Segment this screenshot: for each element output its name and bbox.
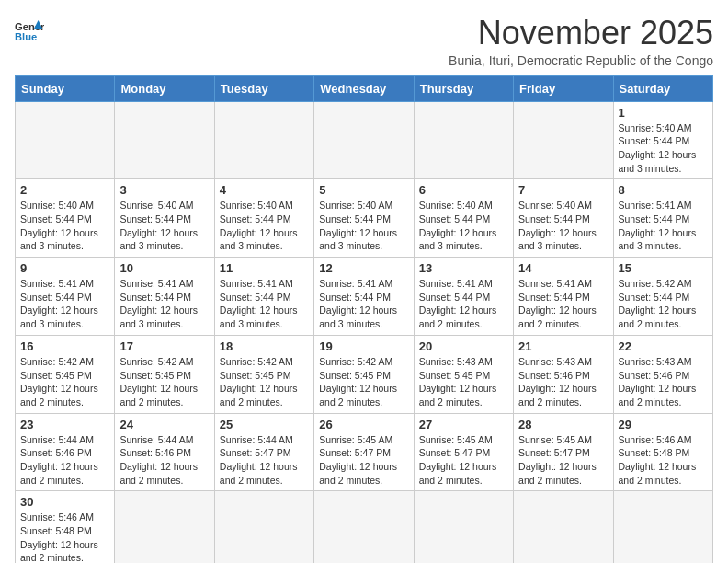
calendar-cell: 1Sunrise: 5:40 AMSunset: 5:44 PMDaylight… xyxy=(613,101,712,179)
day-info: Sunrise: 5:42 AMSunset: 5:45 PMDaylight:… xyxy=(220,355,309,409)
header: General Blue November 2025 Bunia, Ituri,… xyxy=(15,15,713,68)
day-info: Sunrise: 5:41 AMSunset: 5:44 PMDaylight:… xyxy=(119,277,209,331)
day-info: Sunrise: 5:42 AMSunset: 5:45 PMDaylight:… xyxy=(20,355,109,409)
day-number: 8 xyxy=(619,183,708,197)
logo-icon: General Blue xyxy=(15,18,44,44)
calendar-cell: 17Sunrise: 5:42 AMSunset: 5:45 PMDayligh… xyxy=(115,335,214,413)
day-info: Sunrise: 5:44 AMSunset: 5:47 PMDaylight:… xyxy=(220,433,309,488)
logo: General Blue xyxy=(15,18,44,44)
calendar-cell: 22Sunrise: 5:43 AMSunset: 5:46 PMDayligh… xyxy=(613,335,712,413)
week-row-1: 1Sunrise: 5:40 AMSunset: 5:44 PMDaylight… xyxy=(16,101,713,179)
day-info: Sunrise: 5:42 AMSunset: 5:45 PMDaylight:… xyxy=(319,355,408,409)
day-info: Sunrise: 5:42 AMSunset: 5:45 PMDaylight:… xyxy=(119,355,209,409)
calendar-cell: 30Sunrise: 5:46 AMSunset: 5:48 PMDayligh… xyxy=(16,491,115,563)
calendar-cell xyxy=(115,491,214,563)
day-info: Sunrise: 5:45 AMSunset: 5:47 PMDaylight:… xyxy=(319,433,408,488)
calendar-cell: 20Sunrise: 5:43 AMSunset: 5:45 PMDayligh… xyxy=(414,335,513,413)
calendar-cell: 5Sunrise: 5:40 AMSunset: 5:44 PMDaylight… xyxy=(314,179,414,258)
calendar-cell: 15Sunrise: 5:42 AMSunset: 5:44 PMDayligh… xyxy=(613,258,712,336)
day-info: Sunrise: 5:45 AMSunset: 5:47 PMDaylight:… xyxy=(419,433,508,488)
calendar-cell xyxy=(214,491,313,563)
day-number: 17 xyxy=(119,339,209,353)
calendar-cell: 28Sunrise: 5:45 AMSunset: 5:47 PMDayligh… xyxy=(514,413,613,491)
calendar-cell: 7Sunrise: 5:40 AMSunset: 5:44 PMDaylight… xyxy=(514,179,613,258)
calendar-cell xyxy=(314,101,414,179)
day-info: Sunrise: 5:41 AMSunset: 5:44 PMDaylight:… xyxy=(419,277,508,331)
day-info: Sunrise: 5:46 AMSunset: 5:48 PMDaylight:… xyxy=(619,433,708,488)
day-number: 20 xyxy=(419,339,508,353)
day-number: 11 xyxy=(220,261,309,275)
day-info: Sunrise: 5:40 AMSunset: 5:44 PMDaylight:… xyxy=(518,199,608,253)
day-number: 10 xyxy=(119,261,209,275)
week-row-6: 30Sunrise: 5:46 AMSunset: 5:48 PMDayligh… xyxy=(16,491,713,563)
calendar-cell: 6Sunrise: 5:40 AMSunset: 5:44 PMDaylight… xyxy=(414,179,513,258)
calendar-cell xyxy=(514,101,613,179)
day-info: Sunrise: 5:41 AMSunset: 5:44 PMDaylight:… xyxy=(518,277,608,331)
svg-text:Blue: Blue xyxy=(15,31,37,42)
day-number: 14 xyxy=(518,261,608,275)
day-info: Sunrise: 5:42 AMSunset: 5:44 PMDaylight:… xyxy=(619,277,708,331)
calendar-cell: 11Sunrise: 5:41 AMSunset: 5:44 PMDayligh… xyxy=(214,258,313,336)
week-row-5: 23Sunrise: 5:44 AMSunset: 5:46 PMDayligh… xyxy=(16,413,713,491)
day-number: 26 xyxy=(319,418,408,431)
calendar-cell xyxy=(514,491,613,563)
calendar-cell: 26Sunrise: 5:45 AMSunset: 5:47 PMDayligh… xyxy=(314,413,414,491)
calendar-cell: 19Sunrise: 5:42 AMSunset: 5:45 PMDayligh… xyxy=(314,335,414,413)
day-number: 6 xyxy=(419,183,508,197)
day-number: 23 xyxy=(20,418,109,431)
day-number: 13 xyxy=(419,261,508,275)
day-number: 30 xyxy=(20,495,109,509)
day-number: 21 xyxy=(518,339,608,353)
week-row-3: 9Sunrise: 5:41 AMSunset: 5:44 PMDaylight… xyxy=(16,258,713,336)
day-info: Sunrise: 5:44 AMSunset: 5:46 PMDaylight:… xyxy=(119,433,209,488)
month-title: November 2025 xyxy=(449,15,713,52)
day-info: Sunrise: 5:44 AMSunset: 5:46 PMDaylight:… xyxy=(20,433,109,488)
day-number: 22 xyxy=(619,339,708,353)
calendar-cell xyxy=(214,101,313,179)
day-info: Sunrise: 5:40 AMSunset: 5:44 PMDaylight:… xyxy=(319,199,408,253)
calendar-cell xyxy=(414,101,513,179)
day-number: 16 xyxy=(20,339,109,353)
day-number: 5 xyxy=(319,183,408,197)
day-number: 9 xyxy=(20,261,109,275)
calendar-cell xyxy=(314,491,414,563)
day-info: Sunrise: 5:40 AMSunset: 5:44 PMDaylight:… xyxy=(220,199,309,253)
calendar-cell: 9Sunrise: 5:41 AMSunset: 5:44 PMDaylight… xyxy=(16,258,115,336)
day-info: Sunrise: 5:41 AMSunset: 5:44 PMDaylight:… xyxy=(20,277,109,331)
day-info: Sunrise: 5:43 AMSunset: 5:46 PMDaylight:… xyxy=(619,355,708,409)
day-number: 27 xyxy=(419,418,508,431)
calendar-cell xyxy=(414,491,513,563)
day-number: 18 xyxy=(220,339,309,353)
calendar-cell: 27Sunrise: 5:45 AMSunset: 5:47 PMDayligh… xyxy=(414,413,513,491)
day-info: Sunrise: 5:40 AMSunset: 5:44 PMDaylight:… xyxy=(119,199,209,253)
day-number: 12 xyxy=(319,261,408,275)
weekday-header-thursday: Thursday xyxy=(414,75,513,101)
day-number: 3 xyxy=(119,183,209,197)
calendar-cell: 10Sunrise: 5:41 AMSunset: 5:44 PMDayligh… xyxy=(115,258,214,336)
day-info: Sunrise: 5:40 AMSunset: 5:44 PMDaylight:… xyxy=(20,199,109,253)
day-number: 28 xyxy=(518,418,608,431)
calendar-cell: 8Sunrise: 5:41 AMSunset: 5:44 PMDaylight… xyxy=(613,179,712,258)
day-info: Sunrise: 5:41 AMSunset: 5:44 PMDaylight:… xyxy=(220,277,309,331)
calendar-cell xyxy=(16,101,115,179)
weekday-header-row: SundayMondayTuesdayWednesdayThursdayFrid… xyxy=(16,75,713,101)
week-row-4: 16Sunrise: 5:42 AMSunset: 5:45 PMDayligh… xyxy=(16,335,713,413)
calendar-cell: 2Sunrise: 5:40 AMSunset: 5:44 PMDaylight… xyxy=(16,179,115,258)
day-number: 15 xyxy=(619,261,708,275)
calendar-cell xyxy=(115,101,214,179)
weekday-header-friday: Friday xyxy=(514,75,613,101)
weekday-header-tuesday: Tuesday xyxy=(214,75,313,101)
calendar-cell: 18Sunrise: 5:42 AMSunset: 5:45 PMDayligh… xyxy=(214,335,313,413)
weekday-header-wednesday: Wednesday xyxy=(314,75,414,101)
day-info: Sunrise: 5:41 AMSunset: 5:44 PMDaylight:… xyxy=(619,199,708,253)
calendar-cell: 25Sunrise: 5:44 AMSunset: 5:47 PMDayligh… xyxy=(214,413,313,491)
calendar-cell: 14Sunrise: 5:41 AMSunset: 5:44 PMDayligh… xyxy=(514,258,613,336)
day-number: 1 xyxy=(619,106,708,120)
weekday-header-saturday: Saturday xyxy=(613,75,712,101)
day-info: Sunrise: 5:45 AMSunset: 5:47 PMDaylight:… xyxy=(518,433,608,488)
day-number: 19 xyxy=(319,339,408,353)
weekday-header-monday: Monday xyxy=(115,75,214,101)
calendar-cell: 23Sunrise: 5:44 AMSunset: 5:46 PMDayligh… xyxy=(16,413,115,491)
day-info: Sunrise: 5:43 AMSunset: 5:46 PMDaylight:… xyxy=(518,355,608,409)
day-info: Sunrise: 5:41 AMSunset: 5:44 PMDaylight:… xyxy=(319,277,408,331)
